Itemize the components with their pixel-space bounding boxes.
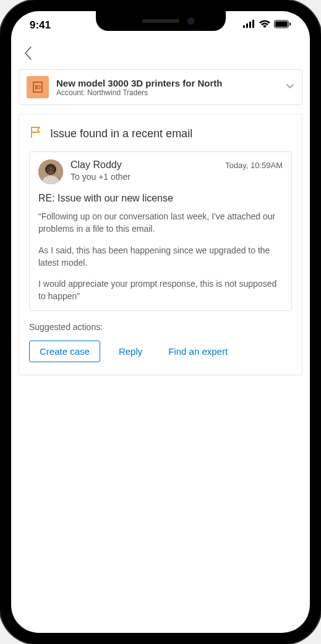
svg-rect-5 — [275, 22, 288, 27]
nav-bar — [11, 40, 310, 69]
back-button[interactable] — [20, 44, 37, 62]
email-body-p1: “Following up on our conversation last w… — [38, 210, 283, 235]
suggested-actions: Create case Reply Find an expert — [29, 341, 292, 362]
chevron-left-icon — [24, 46, 33, 61]
svg-rect-0 — [243, 25, 245, 28]
screen: 9:41 — [11, 11, 310, 633]
issue-card: Issue found in a recent email Clay Roddy… — [19, 114, 302, 375]
svg-rect-2 — [249, 22, 251, 28]
svg-rect-7 — [33, 82, 42, 92]
notch — [96, 11, 226, 31]
issue-heading: Issue found in a recent email — [50, 127, 192, 140]
sender-name: Clay Roddy — [71, 159, 122, 171]
create-case-button[interactable]: Create case — [29, 341, 100, 362]
opportunity-account: Account: Northwind Traders — [56, 88, 278, 97]
email-body-p2: As I said, this has been happening since… — [38, 244, 283, 269]
email-preview[interactable]: Clay Roddy Today, 10:59AM To you +1 othe… — [29, 151, 292, 311]
reply-button[interactable]: Reply — [111, 341, 150, 362]
status-time: 9:41 — [30, 19, 51, 32]
battery-icon — [274, 19, 291, 32]
email-timestamp: Today, 10:59AM — [225, 161, 283, 170]
opportunity-title: New model 3000 3D printers for North — [56, 78, 278, 88]
wifi-icon — [259, 19, 270, 32]
email-body: “Following up on our conversation last w… — [38, 210, 283, 303]
cellular-icon — [243, 19, 255, 32]
email-subject: RE: Issue with our new license — [38, 193, 283, 204]
suggested-actions-label: Suggested actions: — [29, 322, 292, 332]
svg-rect-9 — [37, 86, 40, 88]
opportunity-icon — [27, 76, 49, 98]
sender-avatar — [38, 159, 63, 184]
chevron-down-icon — [286, 82, 294, 93]
opportunity-card[interactable]: New model 3000 3D printers for North Acc… — [19, 69, 302, 105]
svg-rect-1 — [246, 23, 248, 28]
svg-rect-6 — [289, 23, 291, 26]
flag-icon — [29, 125, 43, 142]
email-body-p3: I would appreciate your prompt response,… — [38, 278, 283, 303]
phone-frame: 9:41 — [0, 0, 321, 644]
svg-rect-3 — [252, 20, 254, 28]
find-expert-button[interactable]: Find an expert — [161, 341, 235, 362]
email-recipients: To you +1 other — [71, 172, 283, 182]
